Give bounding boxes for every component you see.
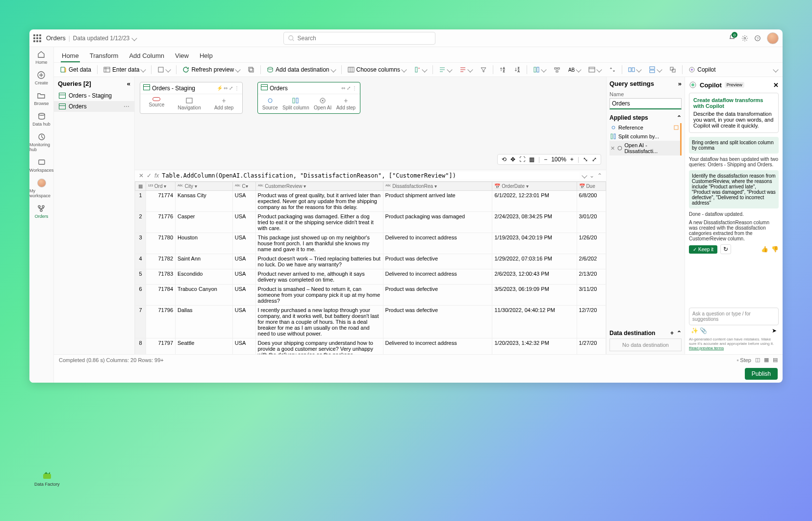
expand-icon[interactable]: ⤢ bbox=[592, 156, 597, 163]
nav-myworkspace[interactable]: My workspace bbox=[29, 179, 53, 198]
sparkle-icon[interactable]: ✨ bbox=[691, 327, 698, 334]
data-type-button[interactable]: AB bbox=[565, 66, 584, 74]
table-row[interactable]: 671784Trabuco CanyonUSAProduct is smashe… bbox=[135, 285, 606, 306]
retry-button[interactable]: ↻ bbox=[720, 244, 731, 254]
options-button[interactable] bbox=[154, 65, 173, 75]
accept-formula-button[interactable]: ✓ bbox=[147, 172, 152, 179]
fit-icon[interactable]: ⟲ bbox=[502, 156, 507, 163]
enter-data-button[interactable]: Enter data bbox=[101, 65, 148, 75]
fullscreen-icon[interactable]: ⛶ bbox=[519, 156, 525, 163]
table-row[interactable]: 871797SeattleUSADoes your shipping compa… bbox=[135, 339, 606, 355]
publish-button[interactable]: Publish bbox=[745, 368, 778, 380]
choose-columns-button[interactable]: Choose columns bbox=[345, 65, 409, 75]
breadcrumb-title[interactable]: Orders bbox=[46, 34, 66, 42]
corner-cell[interactable]: ▦ bbox=[135, 182, 146, 191]
refresh-button[interactable]: Refresh preview bbox=[179, 65, 243, 75]
col-header[interactable]: 📅 OrderDate ▾ bbox=[492, 182, 577, 191]
avatar[interactable] bbox=[767, 32, 779, 44]
nav-monitoring[interactable]: Monitoring hub bbox=[29, 132, 53, 152]
copilot-button[interactable]: Copilot bbox=[685, 65, 718, 75]
table-row[interactable]: 171774Kansas CityUSAProduct was of great… bbox=[135, 191, 606, 212]
notifications-button[interactable]: 0 bbox=[729, 34, 736, 42]
keep-it-button[interactable]: ✓ Keep it bbox=[689, 245, 717, 254]
tab-home[interactable]: Home bbox=[61, 50, 80, 62]
sort-asc-button[interactable]: AZ bbox=[496, 65, 509, 75]
search-box[interactable] bbox=[283, 32, 435, 45]
col-header[interactable]: ᴬᴮᶜ C▾ bbox=[232, 182, 255, 191]
replace-button[interactable] bbox=[606, 65, 619, 75]
nav-home[interactable]: Home bbox=[35, 50, 47, 65]
query-name-input[interactable] bbox=[609, 98, 682, 109]
applied-step-selected[interactable]: ✕Open AI - Dissatisfacti... bbox=[609, 141, 682, 156]
headers-button[interactable] bbox=[585, 65, 604, 75]
map-icon[interactable]: ▦ bbox=[529, 156, 534, 163]
col-header[interactable]: ¹²³ Ord ▾ bbox=[146, 182, 176, 191]
schema-view-button[interactable]: ▦ bbox=[764, 357, 769, 363]
table-row[interactable]: 371780HoustonUSAThis package just showed… bbox=[135, 233, 606, 254]
data-grid[interactable]: ▦ ¹²³ Ord ▾ ᴬᴮᶜ City ▾ ᴬᴮᶜ C▾ ᴬᴮᶜ Custom… bbox=[135, 182, 606, 354]
app-launcher-icon[interactable] bbox=[33, 34, 41, 42]
col-header[interactable]: ᴬᴮᶜ City ▾ bbox=[176, 182, 233, 191]
zoom-in-button[interactable]: + bbox=[570, 156, 574, 163]
nav-orders[interactable]: Orders bbox=[35, 204, 49, 219]
step-view-button[interactable]: ▫ Step bbox=[736, 357, 751, 363]
filter-button[interactable] bbox=[477, 65, 490, 75]
formula-input[interactable] bbox=[162, 172, 580, 179]
collapse-icon[interactable]: » bbox=[678, 80, 682, 87]
zoom-out-button[interactable]: − bbox=[544, 156, 547, 163]
keep-rows-button[interactable] bbox=[436, 65, 455, 75]
chevron-down-icon[interactable] bbox=[132, 35, 137, 41]
copilot-input[interactable]: Ask a question or type / for suggestions bbox=[689, 308, 779, 325]
search-input[interactable] bbox=[298, 35, 431, 42]
chevron-up-icon[interactable]: ⌃ bbox=[677, 330, 682, 337]
chevron-up-icon[interactable]: ⌃ bbox=[677, 114, 682, 121]
query-item[interactable]: Orders⋯ bbox=[54, 101, 134, 112]
get-data-button[interactable]: Get data bbox=[57, 65, 94, 75]
merge-button[interactable] bbox=[625, 65, 644, 75]
help-icon[interactable]: ? bbox=[754, 35, 761, 42]
query-item[interactable]: Orders - Staging bbox=[54, 90, 134, 101]
table-row[interactable]: 471782Saint AnnUSAProduct doesn't work –… bbox=[135, 254, 606, 269]
remove-columns-button[interactable] bbox=[411, 65, 430, 75]
ribbon-expand-icon[interactable] bbox=[773, 67, 778, 72]
nav-browse[interactable]: Browse bbox=[34, 91, 49, 106]
col-header[interactable]: 📅 Due bbox=[577, 182, 606, 191]
nav-create[interactable]: Create bbox=[35, 71, 48, 85]
pan-icon[interactable]: ✥ bbox=[510, 156, 515, 163]
tab-view[interactable]: View bbox=[174, 50, 190, 62]
nav-datahub[interactable]: Data hub bbox=[32, 112, 51, 127]
query-card-active[interactable]: Orders⇔ ⤢ ⋮ Source Split column Open AI … bbox=[257, 82, 360, 114]
collapse-icon[interactable]: « bbox=[127, 80, 130, 87]
table-row[interactable]: 571783EscondidoUSAProduct never arrived … bbox=[135, 269, 606, 285]
data-factory-icon[interactable]: Data Factory bbox=[34, 469, 60, 487]
table-row[interactable]: 771796DallasUSAI recently purchased a ne… bbox=[135, 306, 606, 339]
query-card[interactable]: Orders - Staging⚡ ⇔ ⤢ ⋮ Source Navigatio… bbox=[140, 82, 243, 114]
combine-button[interactable] bbox=[666, 65, 679, 75]
gear-icon[interactable] bbox=[741, 35, 748, 42]
step-nav-down-icon[interactable]: ⌄ bbox=[589, 172, 594, 179]
applied-step[interactable]: Reference bbox=[609, 123, 682, 132]
send-icon[interactable]: ➤ bbox=[772, 327, 777, 334]
thumbs-down-icon[interactable]: 👎 bbox=[771, 246, 779, 253]
tab-transform[interactable]: Transform bbox=[89, 50, 120, 62]
diagram-view[interactable]: Orders - Staging⚡ ⇔ ⤢ ⋮ Source Navigatio… bbox=[135, 77, 606, 170]
col-header[interactable]: ᴬᴮᶜ DissatisfactionRea ▾ bbox=[383, 182, 492, 191]
close-icon[interactable]: ✕ bbox=[773, 81, 779, 89]
split-column-button[interactable] bbox=[530, 65, 549, 75]
zoom-controls[interactable]: ⟲ ✥ ⛶ ▦ | − 100% + | ⤡ ⤢ bbox=[497, 154, 601, 165]
step-nav-up-icon[interactable]: ⌃ bbox=[597, 172, 602, 179]
diagram-view-button[interactable]: ◫ bbox=[755, 357, 760, 363]
add-destination-icon[interactable]: + bbox=[670, 330, 674, 337]
tab-addcolumn[interactable]: Add Column bbox=[128, 50, 165, 62]
cancel-formula-button[interactable]: ✕ bbox=[139, 172, 144, 179]
col-header[interactable]: ᴬᴮᶜ CustomerReview ▾ bbox=[255, 182, 383, 191]
nav-workspaces[interactable]: Workspaces bbox=[29, 158, 53, 173]
preview-terms-link[interactable]: Read preview terms bbox=[689, 346, 724, 350]
attach-icon[interactable]: 📎 bbox=[700, 327, 707, 334]
refresh-all-button[interactable] bbox=[245, 65, 257, 75]
sort-desc-button[interactable]: ZA bbox=[511, 65, 524, 75]
add-destination-button[interactable]: Add data destination bbox=[264, 65, 338, 75]
thumbs-up-icon[interactable]: 👍 bbox=[761, 246, 768, 253]
expand-formula-icon[interactable] bbox=[582, 173, 587, 178]
applied-step[interactable]: Split column by... bbox=[609, 132, 682, 141]
